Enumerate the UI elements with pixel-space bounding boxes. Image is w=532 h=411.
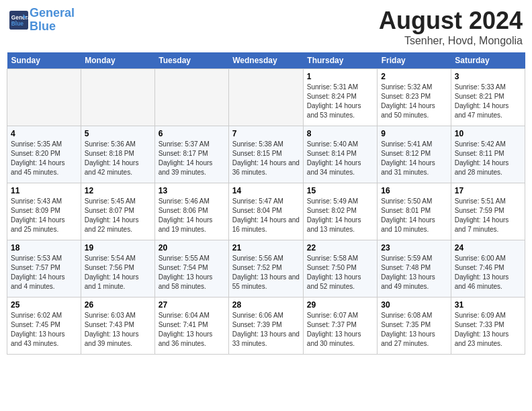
calendar-cell: 19Sunrise: 5:54 AMSunset: 7:56 PMDayligh… bbox=[81, 240, 154, 298]
day-detail: Sunrise: 5:36 AMSunset: 8:18 PMDaylight:… bbox=[85, 140, 151, 177]
day-number: 31 bbox=[455, 300, 521, 310]
logo: General Blue GeneralBlue bbox=[9, 7, 75, 34]
svg-text:Blue: Blue bbox=[11, 20, 24, 27]
weekday-header-tuesday: Tuesday bbox=[154, 52, 228, 69]
week-row-4: 18Sunrise: 5:53 AMSunset: 7:57 PMDayligh… bbox=[7, 240, 525, 298]
day-detail: Sunrise: 5:47 AMSunset: 8:04 PMDaylight:… bbox=[232, 197, 300, 234]
day-number: 3 bbox=[455, 72, 521, 81]
calendar-cell: 23Sunrise: 5:59 AMSunset: 7:48 PMDayligh… bbox=[378, 240, 451, 298]
weekday-header-saturday: Saturday bbox=[451, 52, 525, 69]
day-number: 22 bbox=[307, 243, 373, 253]
calendar-cell: 13Sunrise: 5:46 AMSunset: 8:06 PMDayligh… bbox=[154, 183, 228, 240]
day-detail: Sunrise: 5:42 AMSunset: 8:11 PMDaylight:… bbox=[455, 140, 521, 177]
day-number: 14 bbox=[232, 186, 300, 195]
day-detail: Sunrise: 5:40 AMSunset: 8:14 PMDaylight:… bbox=[307, 140, 373, 177]
day-number: 8 bbox=[307, 129, 373, 138]
day-number: 21 bbox=[232, 243, 300, 253]
day-number: 7 bbox=[232, 129, 300, 138]
day-number: 2 bbox=[381, 72, 447, 81]
weekday-header-sunday: Sunday bbox=[7, 52, 81, 69]
calendar-cell: 26Sunrise: 6:03 AMSunset: 7:43 PMDayligh… bbox=[81, 298, 154, 355]
day-detail: Sunrise: 5:55 AMSunset: 7:54 PMDaylight:… bbox=[159, 254, 225, 291]
day-number: 20 bbox=[159, 243, 225, 253]
week-row-1: 1Sunrise: 5:31 AMSunset: 8:24 PMDaylight… bbox=[7, 69, 525, 126]
week-row-3: 11Sunrise: 5:43 AMSunset: 8:09 PMDayligh… bbox=[7, 183, 525, 240]
calendar-cell: 14Sunrise: 5:47 AMSunset: 8:04 PMDayligh… bbox=[228, 183, 303, 240]
day-number: 6 bbox=[159, 129, 225, 138]
weekday-header-row: SundayMondayTuesdayWednesdayThursdayFrid… bbox=[7, 52, 525, 69]
day-detail: Sunrise: 5:50 AMSunset: 8:01 PMDaylight:… bbox=[381, 197, 447, 234]
day-number: 23 bbox=[381, 243, 447, 253]
calendar-cell: 11Sunrise: 5:43 AMSunset: 8:09 PMDayligh… bbox=[7, 183, 81, 240]
calendar-cell: 10Sunrise: 5:42 AMSunset: 8:11 PMDayligh… bbox=[451, 126, 525, 183]
calendar-cell: 3Sunrise: 5:33 AMSunset: 8:21 PMDaylight… bbox=[451, 69, 525, 126]
day-detail: Sunrise: 5:32 AMSunset: 8:23 PMDaylight:… bbox=[381, 83, 447, 120]
calendar-cell: 1Sunrise: 5:31 AMSunset: 8:24 PMDaylight… bbox=[303, 69, 377, 126]
calendar-cell: 15Sunrise: 5:49 AMSunset: 8:02 PMDayligh… bbox=[303, 183, 377, 240]
calendar-cell: 22Sunrise: 5:58 AMSunset: 7:50 PMDayligh… bbox=[303, 240, 377, 298]
day-number: 19 bbox=[85, 243, 151, 253]
weekday-header-friday: Friday bbox=[378, 52, 451, 69]
day-detail: Sunrise: 6:06 AMSunset: 7:39 PMDaylight:… bbox=[232, 311, 300, 349]
calendar-cell: 30Sunrise: 6:08 AMSunset: 7:35 PMDayligh… bbox=[378, 298, 451, 355]
calendar-cell: 20Sunrise: 5:55 AMSunset: 7:54 PMDayligh… bbox=[154, 240, 228, 298]
day-detail: Sunrise: 6:04 AMSunset: 7:41 PMDaylight:… bbox=[159, 311, 225, 349]
day-number: 30 bbox=[381, 300, 447, 310]
week-row-2: 4Sunrise: 5:35 AMSunset: 8:20 PMDaylight… bbox=[7, 126, 525, 183]
day-detail: Sunrise: 5:54 AMSunset: 7:56 PMDaylight:… bbox=[85, 254, 151, 291]
day-number: 24 bbox=[455, 243, 521, 253]
calendar-cell bbox=[154, 69, 228, 126]
day-detail: Sunrise: 5:53 AMSunset: 7:57 PMDaylight:… bbox=[11, 254, 77, 291]
day-detail: Sunrise: 5:46 AMSunset: 8:06 PMDaylight:… bbox=[159, 197, 225, 234]
day-detail: Sunrise: 6:00 AMSunset: 7:46 PMDaylight:… bbox=[455, 254, 521, 291]
calendar-cell: 4Sunrise: 5:35 AMSunset: 8:20 PMDaylight… bbox=[7, 126, 81, 183]
calendar-cell: 16Sunrise: 5:50 AMSunset: 8:01 PMDayligh… bbox=[378, 183, 451, 240]
calendar-cell: 18Sunrise: 5:53 AMSunset: 7:57 PMDayligh… bbox=[7, 240, 81, 298]
day-number: 13 bbox=[159, 186, 225, 195]
day-number: 11 bbox=[11, 186, 77, 195]
day-detail: Sunrise: 5:49 AMSunset: 8:02 PMDaylight:… bbox=[307, 197, 373, 234]
calendar-cell: 25Sunrise: 6:02 AMSunset: 7:45 PMDayligh… bbox=[7, 298, 81, 355]
day-number: 10 bbox=[455, 129, 521, 138]
day-detail: Sunrise: 6:03 AMSunset: 7:43 PMDaylight:… bbox=[85, 311, 151, 349]
page-subtitle: Tsenher, Hovd, Mongolia bbox=[379, 35, 523, 47]
day-detail: Sunrise: 5:45 AMSunset: 8:07 PMDaylight:… bbox=[85, 197, 151, 234]
day-number: 4 bbox=[11, 129, 77, 138]
day-number: 17 bbox=[455, 186, 521, 195]
day-detail: Sunrise: 5:35 AMSunset: 8:20 PMDaylight:… bbox=[11, 140, 77, 177]
day-number: 29 bbox=[307, 300, 373, 310]
day-detail: Sunrise: 5:59 AMSunset: 7:48 PMDaylight:… bbox=[381, 254, 447, 291]
day-number: 1 bbox=[307, 72, 373, 81]
calendar-cell: 21Sunrise: 5:56 AMSunset: 7:52 PMDayligh… bbox=[228, 240, 303, 298]
calendar-cell: 7Sunrise: 5:38 AMSunset: 8:15 PMDaylight… bbox=[228, 126, 303, 183]
calendar-cell bbox=[7, 69, 81, 126]
calendar-cell: 2Sunrise: 5:32 AMSunset: 8:23 PMDaylight… bbox=[378, 69, 451, 126]
day-number: 25 bbox=[11, 300, 77, 310]
day-detail: Sunrise: 5:31 AMSunset: 8:24 PMDaylight:… bbox=[307, 83, 373, 120]
week-row-5: 25Sunrise: 6:02 AMSunset: 7:45 PMDayligh… bbox=[7, 298, 525, 355]
calendar-cell: 27Sunrise: 6:04 AMSunset: 7:41 PMDayligh… bbox=[154, 298, 228, 355]
calendar-cell bbox=[228, 69, 303, 126]
weekday-header-thursday: Thursday bbox=[303, 52, 377, 69]
day-number: 26 bbox=[85, 300, 151, 310]
calendar-cell: 24Sunrise: 6:00 AMSunset: 7:46 PMDayligh… bbox=[451, 240, 525, 298]
day-detail: Sunrise: 5:58 AMSunset: 7:50 PMDaylight:… bbox=[307, 254, 373, 291]
calendar-cell bbox=[81, 69, 154, 126]
day-number: 18 bbox=[11, 243, 77, 253]
day-detail: Sunrise: 5:37 AMSunset: 8:17 PMDaylight:… bbox=[159, 140, 225, 177]
day-detail: Sunrise: 5:43 AMSunset: 8:09 PMDaylight:… bbox=[11, 197, 77, 234]
day-number: 16 bbox=[381, 186, 447, 195]
day-detail: Sunrise: 5:41 AMSunset: 8:12 PMDaylight:… bbox=[381, 140, 447, 177]
calendar-cell: 28Sunrise: 6:06 AMSunset: 7:39 PMDayligh… bbox=[228, 298, 303, 355]
calendar-cell: 31Sunrise: 6:09 AMSunset: 7:33 PMDayligh… bbox=[451, 298, 525, 355]
page-header: General Blue GeneralBlue August 2024 Tse… bbox=[7, 7, 525, 47]
logo-icon: General Blue bbox=[9, 11, 28, 30]
day-number: 28 bbox=[232, 300, 300, 310]
day-number: 15 bbox=[307, 186, 373, 195]
logo-text: GeneralBlue bbox=[30, 7, 75, 34]
calendar-cell: 29Sunrise: 6:07 AMSunset: 7:37 PMDayligh… bbox=[303, 298, 377, 355]
weekday-header-wednesday: Wednesday bbox=[228, 52, 303, 69]
day-number: 12 bbox=[85, 186, 151, 195]
day-detail: Sunrise: 6:09 AMSunset: 7:33 PMDaylight:… bbox=[455, 311, 521, 349]
calendar-cell: 8Sunrise: 5:40 AMSunset: 8:14 PMDaylight… bbox=[303, 126, 377, 183]
